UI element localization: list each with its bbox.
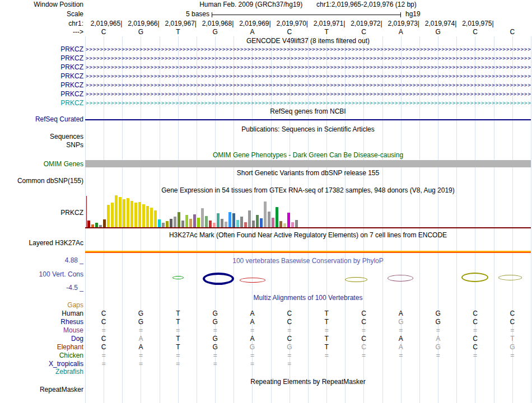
refseq-track-label[interactable]: RefSeq Curated [0, 116, 83, 123]
expression-bar[interactable] [150, 208, 153, 227]
species-label-human[interactable]: Human [0, 310, 83, 317]
species-label-dog[interactable]: Dog [0, 335, 83, 343]
expression-bar[interactable] [130, 201, 133, 227]
expression-bar[interactable] [146, 206, 149, 227]
gene-label-prkcz[interactable]: PRKCZ [0, 82, 83, 89]
dbsnp-track-label[interactable]: Common dbSNP(155) [0, 177, 83, 185]
alignment-base: T [171, 310, 185, 317]
expression-bar[interactable] [291, 222, 294, 227]
snps-track-label[interactable]: SNPs [0, 142, 83, 149]
expression-bar[interactable] [236, 220, 239, 227]
alignment-base: C [356, 318, 371, 326]
gene-model-row[interactable]: >>>>>>>>>>>>>>>>>>>>>>>>>>>>>>>>>>>>>>>>… [86, 82, 531, 89]
expression-bar[interactable] [228, 212, 231, 227]
expression-bar[interactable] [276, 207, 278, 227]
alignment-base: A [394, 310, 408, 317]
expression-bar[interactable] [248, 210, 251, 227]
alignment-base: = [96, 352, 111, 359]
repeatmasker-track-label[interactable]: RepeatMasker [0, 386, 83, 393]
expression-bar[interactable] [162, 223, 165, 227]
gene-model-row[interactable]: >>>>>>>>>>>>>>>>>>>>>>>>>>>>>>>>>>>>>>>>… [86, 55, 531, 62]
expression-bar[interactable] [201, 208, 204, 227]
expression-bar[interactable] [272, 218, 274, 227]
expression-bar[interactable] [256, 215, 259, 227]
alignment-base: = [468, 352, 482, 359]
expression-bar[interactable] [181, 221, 184, 227]
expression-bar[interactable] [197, 218, 200, 227]
expression-bar[interactable] [252, 221, 255, 227]
gene-label-prkcz[interactable]: PRKCZ [0, 55, 83, 62]
alignment-base: C [96, 318, 111, 326]
gene-label-prkcz[interactable]: PRKCZ [0, 64, 83, 71]
expression-bar[interactable] [158, 219, 161, 227]
species-label-zebrafish[interactable]: Zebrafish [0, 368, 83, 376]
alignment-base: = [208, 360, 222, 368]
expression-bar[interactable] [193, 214, 196, 227]
expression-bar[interactable] [142, 204, 145, 227]
expression-bar[interactable] [189, 219, 192, 227]
expression-bar[interactable] [134, 203, 137, 227]
omim-gene-bar[interactable] [85, 160, 531, 167]
expression-bar[interactable] [213, 223, 216, 227]
expression-bar[interactable] [240, 217, 243, 227]
phylop-track-label[interactable]: 100 Vert. Cons [0, 271, 83, 278]
expression-bar[interactable] [154, 210, 157, 227]
expression-bar[interactable] [279, 221, 282, 227]
expression-bar[interactable] [244, 222, 247, 227]
expression-bar[interactable] [166, 221, 169, 227]
alignment-base: = [171, 360, 185, 368]
species-label-x-tropicalis[interactable]: X_tropicalis [0, 360, 83, 368]
gtex-track-label[interactable]: PRKCZ [0, 209, 83, 217]
gene-model-row[interactable]: >>>>>>>>>>>>>>>>>>>>>>>>>>>>>>>>>>>>>>>>… [86, 100, 531, 107]
alignment-base: C [282, 310, 297, 317]
expression-bar[interactable] [185, 215, 188, 227]
gene-label-prkcz[interactable]: PRKCZ [0, 46, 83, 53]
expression-bar[interactable] [217, 213, 220, 227]
expression-bar[interactable] [287, 213, 290, 227]
alignment-base: G [245, 344, 259, 351]
expression-bar[interactable] [107, 205, 110, 227]
expression-bar[interactable] [127, 198, 129, 227]
expression-bar[interactable] [95, 223, 98, 227]
expression-bar[interactable] [264, 202, 267, 227]
species-label-mouse[interactable]: Mouse [0, 327, 83, 334]
gene-model-row[interactable]: >>>>>>>>>>>>>>>>>>>>>>>>>>>>>>>>>>>>>>>>… [86, 73, 531, 80]
expression-bar[interactable] [178, 212, 180, 227]
expression-bar[interactable] [111, 203, 114, 227]
expression-bar[interactable] [174, 217, 176, 227]
alignment-base: A [245, 310, 259, 317]
gene-model-row[interactable]: >>>>>>>>>>>>>>>>>>>>>>>>>>>>>>>>>>>>>>>>… [86, 91, 531, 98]
gene-label-prkcz[interactable]: PRKCZ [0, 91, 83, 98]
omim-track-label[interactable]: OMIM Genes [0, 161, 83, 168]
expression-bar[interactable] [119, 197, 122, 227]
species-label-gaps[interactable]: Gaps [0, 302, 83, 309]
expression-bar[interactable] [268, 212, 270, 227]
species-label-chicken[interactable]: Chicken [0, 352, 83, 359]
h3k27ac-track-label[interactable]: Layered H3K27Ac [0, 240, 83, 247]
alignment-base: C [356, 344, 371, 351]
expression-bar[interactable] [295, 220, 298, 227]
h3k27ac-signal[interactable] [85, 251, 531, 253]
expression-bar[interactable] [260, 218, 263, 227]
expression-bar[interactable] [283, 223, 286, 227]
expression-bar[interactable] [205, 216, 208, 227]
expression-bar[interactable] [87, 221, 90, 227]
gene-label-prkcz[interactable]: PRKCZ [0, 100, 83, 107]
expression-bar[interactable] [170, 219, 172, 227]
expression-bar[interactable] [209, 221, 212, 227]
species-label-rhesus[interactable]: Rhesus [0, 318, 83, 326]
gene-label-prkcz[interactable]: PRKCZ [0, 73, 83, 80]
refseq-gene-line[interactable] [85, 119, 531, 120]
expression-bar[interactable] [115, 195, 118, 227]
expression-bar[interactable] [232, 213, 235, 227]
expression-bar[interactable] [221, 219, 223, 227]
expression-bar[interactable] [225, 222, 227, 227]
expression-bar[interactable] [123, 199, 125, 227]
expression-bar[interactable] [138, 202, 141, 227]
gene-model-row[interactable]: >>>>>>>>>>>>>>>>>>>>>>>>>>>>>>>>>>>>>>>>… [86, 64, 531, 71]
expression-bar[interactable] [103, 219, 106, 227]
species-label-elephant[interactable]: Elephant [0, 344, 83, 351]
scale-bar [212, 15, 401, 15]
gene-model-row[interactable]: >>>>>>>>>>>>>>>>>>>>>>>>>>>>>>>>>>>>>>>>… [86, 46, 531, 53]
sequences-track-label[interactable]: Sequences [0, 133, 83, 140]
